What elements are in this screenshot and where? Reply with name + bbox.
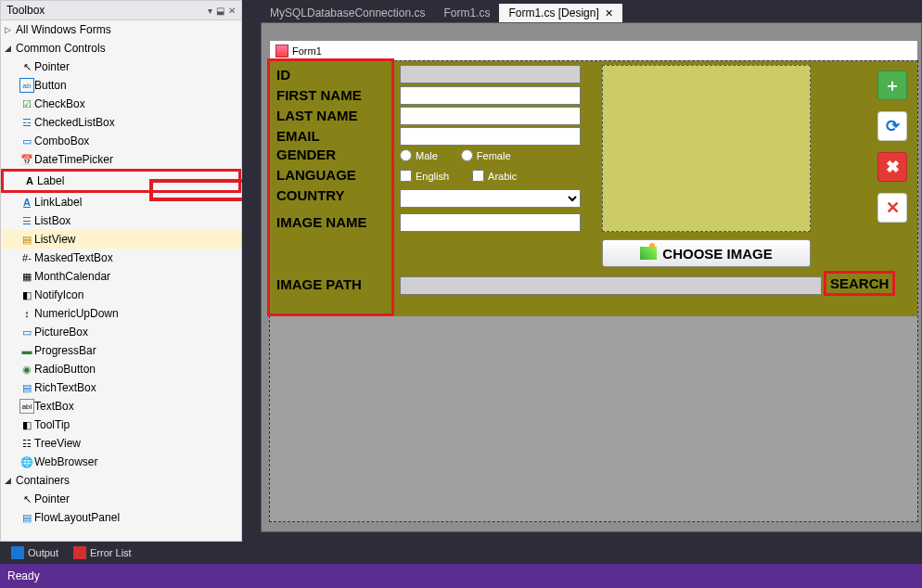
form-window[interactable]: Form1 ID FIRST NAME LAST NAME EMAIL GEND… [269, 40, 918, 522]
form-title: Form1 [292, 45, 322, 57]
input-last[interactable] [400, 107, 581, 125]
label-image-name: IMAGE NAME [276, 214, 367, 230]
form-panel[interactable]: ID FIRST NAME LAST NAME EMAIL GENDER LAN… [270, 61, 917, 316]
radio-male[interactable]: Male [400, 149, 438, 161]
radio-female[interactable]: Female [461, 149, 511, 161]
label-language: LANGUAGE [276, 167, 356, 183]
bottom-tabs: Output Error List [0, 542, 922, 564]
radiobutton-icon: ◉ [19, 362, 34, 377]
output-tab[interactable]: Output [6, 544, 64, 561]
richtextbox-icon: ▤ [19, 380, 34, 395]
item-listview[interactable]: ▤ListView [1, 230, 241, 249]
language-group: English Arabic [400, 170, 517, 182]
item-tooltip[interactable]: ◧ToolTip [1, 415, 241, 434]
tab-mysql[interactable]: MySQLDatabaseConnection.cs [261, 4, 434, 22]
item-listbox[interactable]: ☰ListBox [1, 211, 241, 230]
output-icon [11, 546, 24, 559]
input-id[interactable] [400, 65, 581, 83]
label-country: COUNTRY [276, 187, 345, 203]
input-image-name[interactable] [400, 213, 581, 232]
tab-form1-code[interactable]: Form1.cs [434, 4, 499, 22]
group-containers[interactable]: ◢Containers [1, 471, 241, 490]
textbox-icon: abl [19, 399, 34, 414]
listbox-icon: ☰ [19, 213, 34, 228]
webbrowser-icon: 🌐 [19, 454, 34, 469]
image-icon [640, 247, 657, 260]
error-icon [73, 546, 86, 559]
choose-image-button[interactable]: CHOOSE IMAGE [602, 239, 811, 267]
item-webbrowser[interactable]: 🌐WebBrowser [1, 453, 241, 471]
linklabel-icon: A [19, 195, 34, 210]
item-radiobutton[interactable]: ◉RadioButton [1, 360, 241, 378]
item-checkedlistbox[interactable]: ☲CheckedListBox [1, 113, 241, 132]
form-icon [275, 45, 288, 58]
tab-close-icon[interactable]: ✕ [605, 7, 613, 19]
picturebox[interactable] [602, 65, 811, 232]
label-first: FIRST NAME [276, 87, 362, 103]
label-image-path: IMAGE PATH [276, 276, 362, 292]
item-numericupdown[interactable]: ↕NumericUpDown [1, 304, 241, 323]
toolbox-header: Toolbox ▾ ⬓ ✕ [1, 1, 241, 20]
tab-bar: MySQLDatabaseConnection.cs Form1.cs Form… [242, 0, 922, 22]
group-common-controls[interactable]: ◢Common Controls [1, 39, 241, 58]
numericupdown-icon: ↕ [19, 306, 34, 321]
item-label[interactable]: ALabel [1, 169, 241, 193]
form-body[interactable]: ID FIRST NAME LAST NAME EMAIL GENDER LAN… [269, 60, 918, 522]
item-datetimepicker[interactable]: 📅DateTimePicker [1, 150, 241, 169]
combo-country[interactable] [400, 189, 581, 208]
button-icon: ab [19, 78, 34, 93]
toolbox-list: ▷All Windows Forms ◢Common Controls ↖Poi… [1, 20, 241, 540]
item-notifyicon[interactable]: ◧NotifyIcon [1, 286, 241, 304]
label-gender: GENDER [276, 147, 336, 162]
check-english[interactable]: English [400, 170, 449, 182]
gender-group: Male Female [400, 149, 511, 161]
cancel-button[interactable]: ✕ [877, 193, 907, 223]
item-pointer[interactable]: ↖Pointer [1, 58, 241, 76]
close-icon[interactable]: ✕ [228, 6, 236, 16]
pointer-icon: ↖ [19, 492, 34, 506]
item-combobox[interactable]: ▭ComboBox [1, 132, 241, 150]
monthcalendar-icon: ▦ [19, 269, 34, 284]
form-titlebar: Form1 [269, 40, 918, 60]
editor-area: MySQLDatabaseConnection.cs Form1.cs Form… [242, 0, 922, 542]
item-maskedtextbox[interactable]: #-MaskedTextBox [1, 249, 241, 267]
input-first[interactable] [400, 86, 581, 105]
group-all-windows-forms[interactable]: ▷All Windows Forms [1, 20, 241, 39]
input-image-path[interactable] [400, 276, 822, 295]
item-pointer-2[interactable]: ↖Pointer [1, 490, 241, 508]
item-flowlayoutpanel[interactable]: ▤FlowLayoutPanel [1, 508, 241, 527]
pin-icon[interactable]: ⬓ [216, 6, 224, 16]
maskedtextbox-icon: #- [19, 250, 34, 265]
add-button[interactable]: ＋ [877, 70, 907, 100]
item-textbox[interactable]: ablTextBox [1, 397, 241, 415]
item-checkbox[interactable]: ☑CheckBox [1, 95, 241, 113]
datetimepicker-icon: 📅 [19, 152, 34, 167]
label-email: EMAIL [276, 128, 320, 144]
tooltip-icon: ◧ [19, 417, 34, 432]
item-richtextbox[interactable]: ▤RichTextBox [1, 378, 241, 397]
refresh-button[interactable]: ⟳ [877, 111, 907, 141]
combobox-icon: ▭ [19, 134, 34, 148]
item-monthcalendar[interactable]: ▦MonthCalendar [1, 267, 241, 286]
tab-form1-design[interactable]: Form1.cs [Design]✕ [499, 4, 621, 22]
status-text: Ready [7, 569, 40, 582]
item-picturebox[interactable]: ▭PictureBox [1, 323, 241, 341]
item-button[interactable]: abButton [1, 76, 241, 95]
dropdown-icon[interactable]: ▾ [208, 6, 212, 16]
toolbox-title: Toolbox [6, 4, 208, 17]
label-icon: A [22, 173, 37, 188]
checkbox-icon: ☑ [19, 96, 34, 111]
error-list-tab[interactable]: Error List [68, 544, 137, 561]
delete-button[interactable]: ✖ [877, 152, 907, 182]
item-treeview[interactable]: ☷TreeView [1, 434, 241, 453]
item-linklabel[interactable]: ALinkLabel [1, 193, 241, 211]
designer-canvas[interactable]: Form1 ID FIRST NAME LAST NAME EMAIL GEND… [261, 22, 922, 532]
label-last: LAST NAME [276, 108, 358, 123]
input-email[interactable] [400, 127, 581, 146]
picturebox-icon: ▭ [19, 325, 34, 339]
item-progressbar[interactable]: ▬ProgressBar [1, 341, 241, 360]
progressbar-icon: ▬ [19, 343, 34, 358]
label-search: SEARCH [824, 271, 895, 296]
check-arabic[interactable]: Arabic [472, 170, 517, 182]
toolbox-panel: Toolbox ▾ ⬓ ✕ ▷All Windows Forms ◢Common… [0, 0, 242, 542]
